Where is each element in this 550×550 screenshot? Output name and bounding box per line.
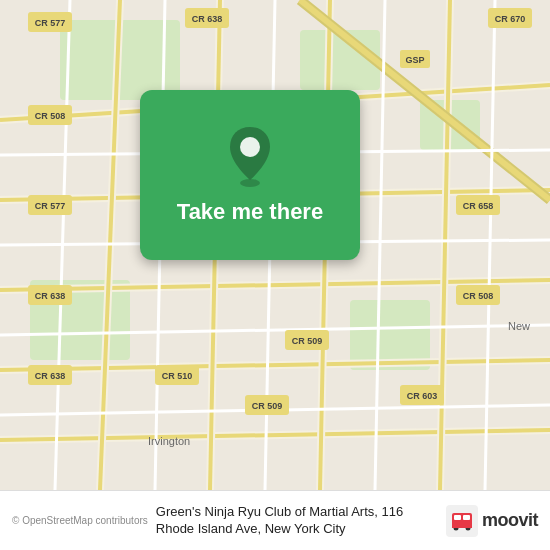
svg-point-71 <box>240 137 260 157</box>
bottom-bar: © OpenStreetMap contributors Green's Nin… <box>0 490 550 550</box>
location-pin-icon <box>224 125 276 187</box>
svg-text:CR 603: CR 603 <box>407 391 438 401</box>
moovit-logo: moovit <box>446 505 538 537</box>
svg-text:CR 658: CR 658 <box>463 201 494 211</box>
moovit-brand-text: moovit <box>482 510 538 531</box>
copyright-text: © OpenStreetMap contributors <box>12 515 148 526</box>
svg-text:CR 510: CR 510 <box>162 371 193 381</box>
svg-text:Irvington: Irvington <box>148 435 190 447</box>
svg-text:CR 509: CR 509 <box>292 336 323 346</box>
svg-text:CR 508: CR 508 <box>35 111 66 121</box>
svg-text:CR 638: CR 638 <box>35 371 66 381</box>
svg-text:GSP: GSP <box>405 55 424 65</box>
location-name: Green's Ninja Ryu Club of Martial Arts, … <box>156 504 438 538</box>
svg-point-70 <box>240 179 260 187</box>
svg-text:CR 638: CR 638 <box>35 291 66 301</box>
svg-text:New: New <box>508 320 530 332</box>
svg-text:CR 670: CR 670 <box>495 14 526 24</box>
svg-text:CR 638: CR 638 <box>192 14 223 24</box>
svg-rect-75 <box>463 515 470 520</box>
map-container: CR 577 CR 638 CR 670 GSP CR 508 CR 577 C… <box>0 0 550 490</box>
svg-text:CR 509: CR 509 <box>252 401 283 411</box>
svg-rect-78 <box>452 525 472 528</box>
moovit-icon <box>446 505 478 537</box>
svg-text:CR 508: CR 508 <box>463 291 494 301</box>
take-me-there-button[interactable]: Take me there <box>177 199 323 225</box>
action-card[interactable]: Take me there <box>140 90 360 260</box>
svg-text:CR 577: CR 577 <box>35 201 66 211</box>
svg-rect-74 <box>454 515 461 520</box>
svg-text:CR 577: CR 577 <box>35 18 66 28</box>
